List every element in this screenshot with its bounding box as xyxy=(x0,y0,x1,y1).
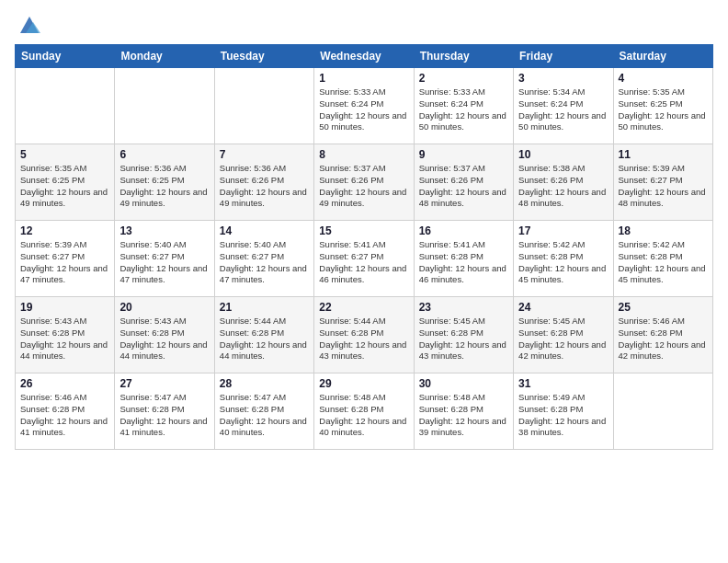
day-number: 15 xyxy=(319,224,408,237)
day-info: Sunrise: 5:36 AM Sunset: 6:25 PM Dayligh… xyxy=(119,163,209,210)
day-info: Sunrise: 5:48 AM Sunset: 6:28 PM Dayligh… xyxy=(419,392,508,439)
day-number: 17 xyxy=(518,224,608,237)
day-number: 8 xyxy=(319,148,408,161)
logo-icon xyxy=(17,11,42,37)
calendar-cell: 30Sunrise: 5:48 AM Sunset: 6:28 PM Dayli… xyxy=(414,373,513,450)
calendar-cell: 28Sunrise: 5:47 AM Sunset: 6:28 PM Dayli… xyxy=(214,373,313,450)
calendar-cell: 8Sunrise: 5:37 AM Sunset: 6:26 PM Daylig… xyxy=(314,144,414,221)
day-info: Sunrise: 5:45 AM Sunset: 6:28 PM Dayligh… xyxy=(518,316,608,362)
day-number: 12 xyxy=(20,224,109,237)
calendar-week-row: 19Sunrise: 5:43 AM Sunset: 6:28 PM Dayli… xyxy=(16,297,713,373)
day-info: Sunrise: 5:45 AM Sunset: 6:28 PM Dayligh… xyxy=(419,316,508,362)
calendar-cell: 24Sunrise: 5:45 AM Sunset: 6:28 PM Dayli… xyxy=(514,297,613,373)
day-number: 28 xyxy=(220,377,309,390)
calendar-cell: 29Sunrise: 5:48 AM Sunset: 6:28 PM Dayli… xyxy=(314,373,414,450)
day-info: Sunrise: 5:35 AM Sunset: 6:25 PM Dayligh… xyxy=(20,163,109,210)
day-number: 9 xyxy=(419,148,508,161)
page: SundayMondayTuesdayWednesdayThursdayFrid… xyxy=(0,0,728,563)
calendar-cell xyxy=(214,68,313,144)
day-info: Sunrise: 5:47 AM Sunset: 6:28 PM Dayligh… xyxy=(220,392,309,439)
day-info: Sunrise: 5:47 AM Sunset: 6:28 PM Dayligh… xyxy=(119,392,209,439)
calendar-cell: 16Sunrise: 5:41 AM Sunset: 6:28 PM Dayli… xyxy=(414,221,513,297)
day-number: 5 xyxy=(20,148,109,161)
day-number: 1 xyxy=(319,72,408,85)
day-number: 6 xyxy=(119,148,209,161)
day-number: 2 xyxy=(419,72,508,85)
day-number: 30 xyxy=(419,377,508,390)
day-number: 27 xyxy=(119,377,209,390)
calendar-week-row: 1Sunrise: 5:33 AM Sunset: 6:24 PM Daylig… xyxy=(16,68,713,144)
day-number: 25 xyxy=(619,301,708,314)
day-info: Sunrise: 5:44 AM Sunset: 6:28 PM Dayligh… xyxy=(220,316,309,362)
weekday-header-friday: Friday xyxy=(514,45,613,68)
day-number: 22 xyxy=(319,301,408,314)
day-number: 26 xyxy=(20,377,109,390)
weekday-header-thursday: Thursday xyxy=(414,45,513,68)
calendar-cell: 27Sunrise: 5:47 AM Sunset: 6:28 PM Dayli… xyxy=(115,373,214,450)
day-info: Sunrise: 5:43 AM Sunset: 6:28 PM Dayligh… xyxy=(119,316,209,362)
weekday-header-sunday: Sunday xyxy=(16,45,115,68)
calendar-cell: 14Sunrise: 5:40 AM Sunset: 6:27 PM Dayli… xyxy=(214,221,313,297)
day-info: Sunrise: 5:46 AM Sunset: 6:28 PM Dayligh… xyxy=(20,392,109,439)
day-info: Sunrise: 5:37 AM Sunset: 6:26 PM Dayligh… xyxy=(319,163,408,210)
day-info: Sunrise: 5:49 AM Sunset: 6:28 PM Dayligh… xyxy=(518,392,608,439)
day-info: Sunrise: 5:41 AM Sunset: 6:28 PM Dayligh… xyxy=(419,239,508,286)
day-number: 14 xyxy=(220,224,309,237)
calendar-cell: 31Sunrise: 5:49 AM Sunset: 6:28 PM Dayli… xyxy=(514,373,613,450)
calendar-header-row: SundayMondayTuesdayWednesdayThursdayFrid… xyxy=(16,45,713,68)
header xyxy=(15,9,713,37)
calendar-cell: 13Sunrise: 5:40 AM Sunset: 6:27 PM Dayli… xyxy=(115,221,214,297)
day-info: Sunrise: 5:41 AM Sunset: 6:27 PM Dayligh… xyxy=(319,239,408,286)
calendar-cell: 5Sunrise: 5:35 AM Sunset: 6:25 PM Daylig… xyxy=(16,144,115,221)
day-info: Sunrise: 5:36 AM Sunset: 6:26 PM Dayligh… xyxy=(220,163,309,210)
day-info: Sunrise: 5:34 AM Sunset: 6:24 PM Dayligh… xyxy=(518,86,608,133)
day-info: Sunrise: 5:46 AM Sunset: 6:28 PM Dayligh… xyxy=(619,316,708,362)
day-info: Sunrise: 5:43 AM Sunset: 6:28 PM Dayligh… xyxy=(20,316,109,362)
calendar-week-row: 5Sunrise: 5:35 AM Sunset: 6:25 PM Daylig… xyxy=(16,144,713,221)
day-info: Sunrise: 5:38 AM Sunset: 6:26 PM Dayligh… xyxy=(518,163,608,210)
day-number: 21 xyxy=(220,301,309,314)
weekday-header-saturday: Saturday xyxy=(613,45,712,68)
calendar-cell: 1Sunrise: 5:33 AM Sunset: 6:24 PM Daylig… xyxy=(314,68,414,144)
weekday-header-monday: Monday xyxy=(115,45,214,68)
day-number: 20 xyxy=(119,301,209,314)
calendar-cell: 18Sunrise: 5:42 AM Sunset: 6:28 PM Dayli… xyxy=(613,221,712,297)
calendar-table: SundayMondayTuesdayWednesdayThursdayFrid… xyxy=(15,44,713,450)
calendar-cell xyxy=(115,68,214,144)
day-info: Sunrise: 5:40 AM Sunset: 6:27 PM Dayligh… xyxy=(220,239,309,286)
calendar-cell: 17Sunrise: 5:42 AM Sunset: 6:28 PM Dayli… xyxy=(514,221,613,297)
calendar-cell: 15Sunrise: 5:41 AM Sunset: 6:27 PM Dayli… xyxy=(314,221,414,297)
day-info: Sunrise: 5:35 AM Sunset: 6:25 PM Dayligh… xyxy=(619,86,708,133)
day-number: 4 xyxy=(619,72,708,85)
calendar-cell: 9Sunrise: 5:37 AM Sunset: 6:26 PM Daylig… xyxy=(414,144,513,221)
calendar-cell: 19Sunrise: 5:43 AM Sunset: 6:28 PM Dayli… xyxy=(16,297,115,373)
calendar-cell xyxy=(613,373,712,450)
day-info: Sunrise: 5:33 AM Sunset: 6:24 PM Dayligh… xyxy=(419,86,508,133)
day-number: 18 xyxy=(619,224,708,237)
day-info: Sunrise: 5:42 AM Sunset: 6:28 PM Dayligh… xyxy=(619,239,708,286)
calendar-cell: 23Sunrise: 5:45 AM Sunset: 6:28 PM Dayli… xyxy=(414,297,513,373)
day-number: 19 xyxy=(20,301,109,314)
day-number: 24 xyxy=(518,301,608,314)
day-info: Sunrise: 5:44 AM Sunset: 6:28 PM Dayligh… xyxy=(319,316,408,362)
calendar-cell: 12Sunrise: 5:39 AM Sunset: 6:27 PM Dayli… xyxy=(16,221,115,297)
day-number: 7 xyxy=(220,148,309,161)
calendar-cell: 25Sunrise: 5:46 AM Sunset: 6:28 PM Dayli… xyxy=(613,297,712,373)
calendar-cell: 11Sunrise: 5:39 AM Sunset: 6:27 PM Dayli… xyxy=(613,144,712,221)
calendar-cell: 10Sunrise: 5:38 AM Sunset: 6:26 PM Dayli… xyxy=(514,144,613,221)
day-number: 23 xyxy=(419,301,508,314)
weekday-header-wednesday: Wednesday xyxy=(314,45,414,68)
day-number: 10 xyxy=(518,148,608,161)
calendar-cell: 2Sunrise: 5:33 AM Sunset: 6:24 PM Daylig… xyxy=(414,68,513,144)
day-info: Sunrise: 5:39 AM Sunset: 6:27 PM Dayligh… xyxy=(619,163,708,210)
calendar-cell: 4Sunrise: 5:35 AM Sunset: 6:25 PM Daylig… xyxy=(613,68,712,144)
day-number: 16 xyxy=(419,224,508,237)
day-number: 29 xyxy=(319,377,408,390)
calendar-cell: 21Sunrise: 5:44 AM Sunset: 6:28 PM Dayli… xyxy=(214,297,313,373)
calendar-week-row: 26Sunrise: 5:46 AM Sunset: 6:28 PM Dayli… xyxy=(16,373,713,450)
calendar-cell: 3Sunrise: 5:34 AM Sunset: 6:24 PM Daylig… xyxy=(514,68,613,144)
calendar-cell: 26Sunrise: 5:46 AM Sunset: 6:28 PM Dayli… xyxy=(16,373,115,450)
day-info: Sunrise: 5:33 AM Sunset: 6:24 PM Dayligh… xyxy=(319,86,408,133)
day-number: 31 xyxy=(518,377,608,390)
day-info: Sunrise: 5:39 AM Sunset: 6:27 PM Dayligh… xyxy=(20,239,109,286)
